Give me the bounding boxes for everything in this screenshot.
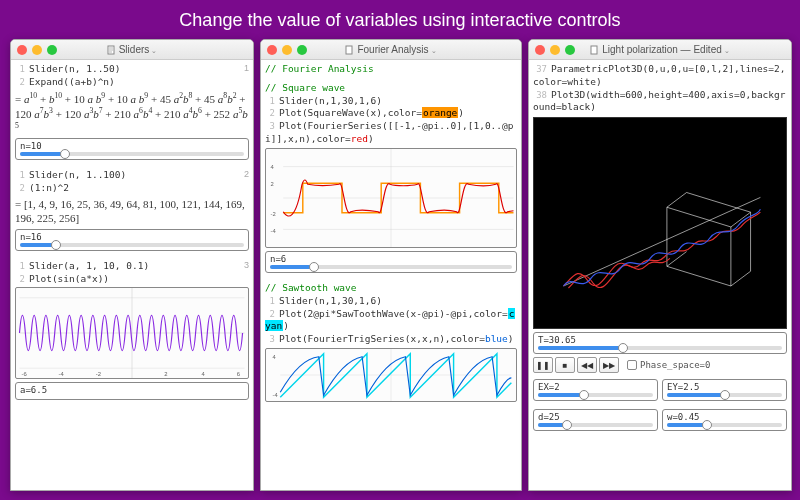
slider-d[interactable]: d=25	[533, 409, 658, 431]
code-line[interactable]: Plot(SquareWave(x),color=orange)	[279, 107, 464, 118]
code-line[interactable]: Slider(n, 1..50)	[29, 63, 121, 74]
stop-button[interactable]: ■	[555, 357, 575, 373]
svg-text:4: 4	[270, 163, 274, 169]
svg-rect-24	[591, 46, 597, 54]
cell-number: 3	[244, 260, 249, 270]
titlebar[interactable]: Fourier Analysis⌄	[261, 40, 521, 60]
plot3d-canvas[interactable]	[533, 117, 787, 329]
svg-rect-11	[346, 46, 352, 54]
square-wave-plot: 42-2-4	[265, 148, 517, 248]
slider-t[interactable]: T=30.65	[533, 332, 787, 354]
slider-track[interactable]	[538, 346, 782, 350]
comment: // Fourier Analysis	[265, 63, 517, 76]
svg-text:-4: -4	[270, 228, 276, 234]
forward-button[interactable]: ▶▶	[599, 357, 619, 373]
phase-space-checkbox[interactable]: Phase_space=0	[627, 360, 710, 370]
window-fourier: Fourier Analysis⌄ // Fourier Analysis //…	[260, 39, 522, 491]
svg-text:4: 4	[201, 371, 205, 377]
desktop: Sliders⌄ 1 1Slider(n, 1..50) 2Expand((a+…	[0, 39, 800, 491]
code-line[interactable]: Slider(n,1,30,1,6)	[279, 295, 382, 306]
close-icon[interactable]	[17, 45, 27, 55]
rewind-button[interactable]: ◀◀	[577, 357, 597, 373]
slider-track[interactable]	[667, 423, 782, 427]
pause-button[interactable]: ❚❚	[533, 357, 553, 373]
zoom-icon[interactable]	[297, 45, 307, 55]
svg-text:2: 2	[164, 371, 167, 377]
cell-number: 1	[244, 63, 249, 73]
slider-track[interactable]	[667, 393, 782, 397]
code-line[interactable]: Plot(FourierSeries([[-1,-@pi..0],[1,0..@…	[265, 120, 514, 144]
doc-icon	[345, 45, 355, 55]
svg-text:-4: -4	[273, 392, 279, 398]
comment: // Sawtooth wave	[265, 282, 517, 295]
code-line[interactable]: Plot(sin(a*x))	[29, 273, 109, 284]
slider-a[interactable]: a=6.5	[15, 382, 249, 400]
code-line[interactable]: Plot3D(width=600,height=400,axis=0,backg…	[533, 89, 786, 113]
slider-ex[interactable]: EX=2	[533, 379, 658, 401]
titlebar[interactable]: Light polarization — Edited⌄	[529, 40, 791, 60]
svg-text:4: 4	[273, 354, 277, 360]
cell-number: 2	[244, 169, 249, 179]
svg-text:-2: -2	[96, 371, 101, 377]
code-line[interactable]: (1:n)^2	[29, 182, 69, 193]
svg-text:6: 6	[237, 371, 240, 377]
doc-icon	[590, 45, 600, 55]
code-line[interactable]: Slider(n, 1..100)	[29, 169, 126, 180]
code-line[interactable]: Slider(n,1,30,1,6)	[279, 95, 382, 106]
slider-track[interactable]	[538, 423, 653, 427]
code-line[interactable]: Expand((a+b)^n)	[29, 76, 115, 87]
slider-track[interactable]	[538, 393, 653, 397]
close-icon[interactable]	[535, 45, 545, 55]
slider-n[interactable]: n=6	[265, 251, 517, 273]
slider-w[interactable]: w=0.45	[662, 409, 787, 431]
code-line[interactable]: Slider(a, 1, 10, 0.1)	[29, 260, 149, 271]
sawtooth-plot: 4-4	[265, 348, 517, 402]
code-line[interactable]: ParametricPlot3D(0,u,0,u=[0,l,2],lines=2…	[533, 63, 786, 87]
slider-ey[interactable]: EY=2.5	[662, 379, 787, 401]
banner-text: Change the value of variables using inte…	[0, 0, 800, 39]
minimize-icon[interactable]	[32, 45, 42, 55]
slider-n[interactable]: n=10	[15, 138, 249, 160]
doc-icon	[107, 45, 117, 55]
titlebar[interactable]: Sliders⌄	[11, 40, 253, 60]
slider-n[interactable]: n=16	[15, 229, 249, 251]
code-line[interactable]: Plot(2@pi*SawToothWave(x-@pi)-@pi,color=…	[265, 308, 515, 332]
svg-text:2: 2	[270, 181, 273, 187]
close-icon[interactable]	[267, 45, 277, 55]
window-light-polarization: Light polarization — Edited⌄ 37Parametri…	[528, 39, 792, 491]
svg-text:-4: -4	[59, 371, 65, 377]
slider-track[interactable]	[270, 265, 512, 269]
svg-rect-0	[108, 46, 114, 54]
minimize-icon[interactable]	[282, 45, 292, 55]
code-line[interactable]: Plot(FourierTrigSeries(x,x,n),color=blue…	[279, 333, 514, 344]
slider-track[interactable]	[20, 243, 244, 247]
slider-track[interactable]	[20, 152, 244, 156]
svg-text:-6: -6	[21, 371, 26, 377]
zoom-icon[interactable]	[47, 45, 57, 55]
zoom-icon[interactable]	[565, 45, 575, 55]
sine-plot: -6-4-2246	[15, 287, 249, 379]
result-output: = a10 + b10 + 10 a b9 + 10 a b9 + 45 a2b…	[15, 91, 249, 136]
window-sliders: Sliders⌄ 1 1Slider(n, 1..50) 2Expand((a+…	[10, 39, 254, 491]
svg-text:-2: -2	[270, 211, 275, 217]
result-output: = [1, 4, 9, 16, 25, 36, 49, 64, 81, 100,…	[15, 197, 249, 226]
minimize-icon[interactable]	[550, 45, 560, 55]
comment: // Square wave	[265, 82, 517, 95]
